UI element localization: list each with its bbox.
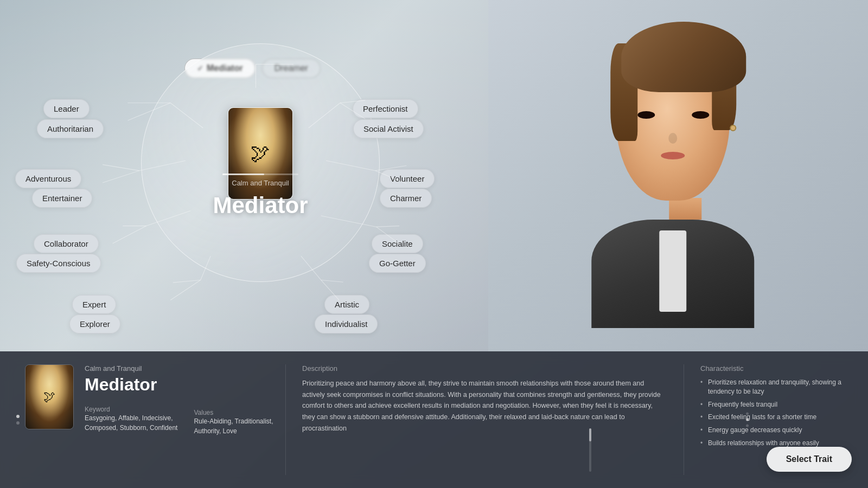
trait-volunteer[interactable]: Volunteer bbox=[380, 169, 435, 188]
trait-collaborator[interactable]: Collaborator bbox=[34, 234, 99, 253]
trait-socialite[interactable]: Socialite bbox=[372, 234, 423, 253]
description-section: Description Prioritizing peace and harmo… bbox=[285, 364, 684, 475]
characteristic-label: Characteristic bbox=[700, 364, 852, 373]
bottom-panel: 🕊 Calm and Tranquil Mediator Keyword Eas… bbox=[0, 351, 868, 488]
trait-artistic[interactable]: Artistic bbox=[324, 295, 369, 314]
bottom-card-inner: 🕊 bbox=[25, 365, 73, 429]
trait-safety-conscious[interactable]: Safety-Conscious bbox=[16, 254, 101, 273]
values-value: Rule-Abiding, Traditionalist,Authority, … bbox=[194, 416, 273, 436]
scroll-indicator[interactable] bbox=[589, 428, 591, 472]
keyword-value: Easygoing, Affable, Indecisive,Composed,… bbox=[85, 413, 177, 433]
description-label: Description bbox=[302, 364, 667, 373]
trait-authoritarian[interactable]: Authoritarian bbox=[37, 119, 104, 138]
trait-individualist[interactable]: Individualist bbox=[315, 314, 378, 333]
trait-explorer[interactable]: Explorer bbox=[69, 314, 120, 333]
char-item-2: Frequently feels tranquil bbox=[700, 400, 852, 409]
right-dots bbox=[746, 413, 749, 427]
char-item-3: Excited feeling lasts for a shorter time bbox=[700, 413, 852, 422]
trait-charmer[interactable]: Charmer bbox=[380, 189, 432, 208]
bottom-kv: Keyword Easygoing, Affable, Indecisive,C… bbox=[85, 406, 273, 436]
avatar-area bbox=[488, 0, 868, 351]
trait-go-getter[interactable]: Go-Getter bbox=[369, 254, 426, 273]
description-text: Prioritizing peace and harmony above all… bbox=[302, 378, 667, 434]
bottom-card-image: 🕊 bbox=[25, 364, 74, 429]
values-col: Values Rule-Abiding, Traditionalist,Auth… bbox=[194, 406, 273, 436]
right-dot-1 bbox=[746, 413, 749, 415]
progress-bar bbox=[222, 174, 298, 175]
trait-adventurous[interactable]: Adventurous bbox=[15, 169, 81, 188]
trait-perfectionist[interactable]: Perfectionist bbox=[353, 99, 418, 118]
keyword-label: Keyword bbox=[85, 406, 177, 413]
progress-fill bbox=[222, 174, 264, 175]
bottom-info: Calm and Tranquil Mediator Keyword Easyg… bbox=[85, 364, 273, 475]
bottom-bird-icon: 🕊 bbox=[43, 390, 55, 404]
trait-social-activist[interactable]: Social Activist bbox=[353, 119, 424, 138]
bird-icon: 🕊 bbox=[251, 142, 270, 165]
dot-1 bbox=[16, 415, 20, 418]
left-dots bbox=[16, 364, 25, 475]
bottom-name: Mediator bbox=[85, 375, 273, 395]
dot-2 bbox=[16, 421, 20, 425]
char-item-4: Energy gauge decreases quickly bbox=[700, 426, 852, 435]
card-subtitle: Calm and Tranquil bbox=[232, 179, 289, 187]
circle-container: 🕊 Calm and Tranquil Mediator bbox=[141, 43, 380, 282]
keyword-col: Keyword Easygoing, Affable, Indecisive,C… bbox=[85, 406, 177, 436]
bottom-left-section: 🕊 Calm and Tranquil Mediator Keyword Eas… bbox=[25, 364, 285, 475]
card-title: Mediator bbox=[213, 192, 308, 219]
main-area: ✓ Mediator Dreamer 🕊 Calm and Tranquil M… bbox=[0, 0, 868, 351]
trait-leader[interactable]: Leader bbox=[43, 99, 90, 118]
trait-entertainer[interactable]: Entertainer bbox=[32, 189, 92, 208]
select-trait-button[interactable]: Select Trait bbox=[767, 447, 852, 472]
scroll-thumb bbox=[589, 428, 591, 441]
char-item-1: Prioritizes relaxation and tranquility, … bbox=[700, 378, 852, 396]
trait-expert[interactable]: Expert bbox=[72, 295, 116, 314]
right-dot-2 bbox=[746, 419, 749, 421]
right-dot-3 bbox=[746, 425, 749, 427]
bottom-calm-text: Calm and Tranquil bbox=[85, 364, 273, 373]
values-label: Values bbox=[194, 409, 273, 416]
